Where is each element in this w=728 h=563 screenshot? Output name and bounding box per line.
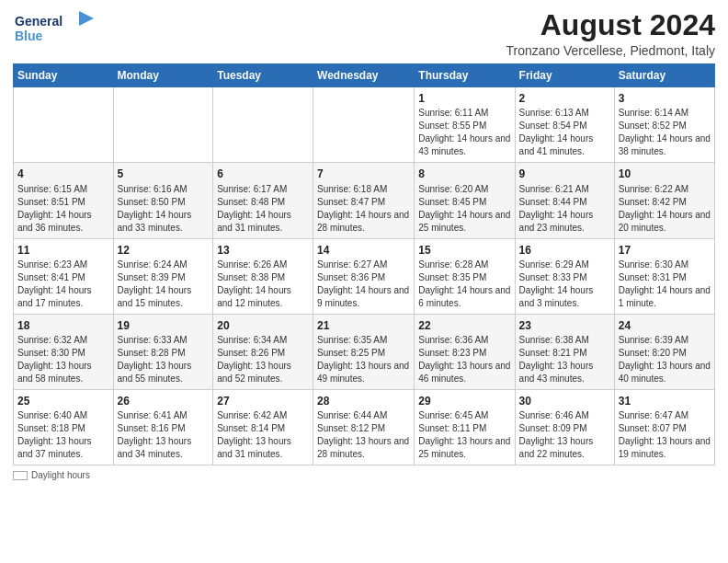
day-info: Sunrise: 6:35 AM Sunset: 8:25 PM Dayligh… — [317, 334, 410, 385]
day-info: Sunrise: 6:29 AM Sunset: 8:33 PM Dayligh… — [519, 259, 610, 310]
calendar-cell: 10Sunrise: 6:22 AM Sunset: 8:42 PM Dayli… — [614, 163, 714, 238]
day-info: Sunrise: 6:24 AM Sunset: 8:39 PM Dayligh… — [118, 259, 210, 310]
calendar-cell: 16Sunrise: 6:29 AM Sunset: 8:33 PM Dayli… — [515, 238, 614, 314]
day-number: 15 — [418, 243, 510, 258]
day-number: 18 — [17, 318, 109, 333]
calendar-cell — [14, 87, 114, 163]
day-number: 17 — [619, 243, 711, 258]
calendar-cell: 9Sunrise: 6:21 AM Sunset: 8:44 PM Daylig… — [515, 163, 614, 238]
day-info: Sunrise: 6:38 AM Sunset: 8:21 PM Dayligh… — [519, 334, 610, 385]
day-number: 20 — [217, 318, 309, 333]
day-info: Sunrise: 6:44 AM Sunset: 8:12 PM Dayligh… — [317, 409, 410, 461]
calendar-cell: 5Sunrise: 6:16 AM Sunset: 8:50 PM Daylig… — [113, 163, 213, 238]
day-number: 10 — [619, 167, 711, 181]
day-info: Sunrise: 6:20 AM Sunset: 8:45 PM Dayligh… — [418, 183, 510, 235]
calendar-week-row: 1Sunrise: 6:11 AM Sunset: 8:55 PM Daylig… — [14, 87, 715, 163]
calendar-cell: 1Sunrise: 6:11 AM Sunset: 8:55 PM Daylig… — [415, 87, 515, 163]
day-number: 1 — [418, 91, 510, 106]
day-info: Sunrise: 6:42 AM Sunset: 8:14 PM Dayligh… — [217, 409, 309, 461]
header: General Blue August 2024 Tronzano Vercel… — [13, 9, 715, 58]
col-monday: Monday — [113, 64, 213, 87]
svg-marker-1 — [79, 11, 94, 26]
day-info: Sunrise: 6:28 AM Sunset: 8:35 PM Dayligh… — [418, 259, 510, 310]
day-number: 5 — [118, 167, 210, 181]
legend-item: Daylight hours — [13, 470, 90, 480]
main-title: August 2024 — [506, 9, 716, 41]
day-info: Sunrise: 6:33 AM Sunset: 8:28 PM Dayligh… — [118, 334, 210, 385]
calendar-cell: 3Sunrise: 6:14 AM Sunset: 8:52 PM Daylig… — [614, 87, 714, 163]
day-info: Sunrise: 6:15 AM Sunset: 8:51 PM Dayligh… — [17, 183, 109, 235]
col-thursday: Thursday — [415, 64, 515, 87]
day-number: 19 — [118, 318, 210, 333]
day-info: Sunrise: 6:23 AM Sunset: 8:41 PM Dayligh… — [17, 259, 109, 310]
calendar-header-row: Sunday Monday Tuesday Wednesday Thursday… — [14, 64, 715, 87]
day-number: 28 — [317, 394, 410, 408]
day-info: Sunrise: 6:39 AM Sunset: 8:20 PM Dayligh… — [619, 334, 711, 385]
calendar-cell: 24Sunrise: 6:39 AM Sunset: 8:20 PM Dayli… — [614, 314, 714, 389]
calendar-cell: 26Sunrise: 6:41 AM Sunset: 8:16 PM Dayli… — [113, 389, 213, 465]
col-wednesday: Wednesday — [313, 64, 415, 87]
legend-label: Daylight hours — [31, 470, 90, 480]
day-number: 22 — [418, 318, 510, 333]
day-number: 4 — [17, 167, 109, 181]
day-number: 9 — [519, 167, 610, 181]
title-area: August 2024 Tronzano Vercellese, Piedmon… — [506, 9, 716, 58]
calendar-cell: 2Sunrise: 6:13 AM Sunset: 8:54 PM Daylig… — [515, 87, 614, 163]
day-number: 25 — [17, 394, 109, 408]
day-info: Sunrise: 6:45 AM Sunset: 8:11 PM Dayligh… — [418, 409, 510, 461]
calendar-week-row: 11Sunrise: 6:23 AM Sunset: 8:41 PM Dayli… — [14, 238, 715, 314]
day-info: Sunrise: 6:14 AM Sunset: 8:52 PM Dayligh… — [619, 107, 711, 158]
logo: General Blue — [13, 9, 96, 52]
day-number: 16 — [519, 243, 610, 258]
calendar: Sunday Monday Tuesday Wednesday Thursday… — [13, 63, 715, 465]
calendar-cell: 23Sunrise: 6:38 AM Sunset: 8:21 PM Dayli… — [515, 314, 614, 389]
col-sunday: Sunday — [14, 64, 114, 87]
calendar-cell: 8Sunrise: 6:20 AM Sunset: 8:45 PM Daylig… — [415, 163, 515, 238]
calendar-cell: 30Sunrise: 6:46 AM Sunset: 8:09 PM Dayli… — [515, 389, 614, 465]
calendar-week-row: 4Sunrise: 6:15 AM Sunset: 8:51 PM Daylig… — [14, 163, 715, 238]
calendar-cell: 14Sunrise: 6:27 AM Sunset: 8:36 PM Dayli… — [313, 238, 415, 314]
calendar-cell: 12Sunrise: 6:24 AM Sunset: 8:39 PM Dayli… — [113, 238, 213, 314]
calendar-cell: 21Sunrise: 6:35 AM Sunset: 8:25 PM Dayli… — [313, 314, 415, 389]
calendar-cell: 31Sunrise: 6:47 AM Sunset: 8:07 PM Dayli… — [614, 389, 714, 465]
day-number: 31 — [619, 394, 711, 408]
day-number: 8 — [418, 167, 510, 181]
day-number: 3 — [619, 91, 711, 106]
calendar-cell: 15Sunrise: 6:28 AM Sunset: 8:35 PM Dayli… — [415, 238, 515, 314]
calendar-cell: 6Sunrise: 6:17 AM Sunset: 8:48 PM Daylig… — [213, 163, 313, 238]
page: General Blue August 2024 Tronzano Vercel… — [0, 0, 728, 488]
legend: Daylight hours — [13, 470, 715, 480]
day-info: Sunrise: 6:27 AM Sunset: 8:36 PM Dayligh… — [317, 259, 410, 310]
calendar-cell: 19Sunrise: 6:33 AM Sunset: 8:28 PM Dayli… — [113, 314, 213, 389]
calendar-cell: 18Sunrise: 6:32 AM Sunset: 8:30 PM Dayli… — [14, 314, 114, 389]
day-info: Sunrise: 6:17 AM Sunset: 8:48 PM Dayligh… — [217, 183, 309, 235]
col-saturday: Saturday — [614, 64, 714, 87]
subtitle: Tronzano Vercellese, Piedmont, Italy — [506, 43, 716, 58]
calendar-week-row: 18Sunrise: 6:32 AM Sunset: 8:30 PM Dayli… — [14, 314, 715, 389]
calendar-cell: 25Sunrise: 6:40 AM Sunset: 8:18 PM Dayli… — [14, 389, 114, 465]
calendar-cell — [113, 87, 213, 163]
day-info: Sunrise: 6:22 AM Sunset: 8:42 PM Dayligh… — [619, 183, 711, 235]
day-number: 26 — [118, 394, 210, 408]
calendar-cell: 27Sunrise: 6:42 AM Sunset: 8:14 PM Dayli… — [213, 389, 313, 465]
day-number: 14 — [317, 243, 410, 258]
col-tuesday: Tuesday — [213, 64, 313, 87]
day-info: Sunrise: 6:40 AM Sunset: 8:18 PM Dayligh… — [17, 409, 109, 461]
day-info: Sunrise: 6:34 AM Sunset: 8:26 PM Dayligh… — [217, 334, 309, 385]
day-number: 21 — [317, 318, 410, 333]
day-info: Sunrise: 6:13 AM Sunset: 8:54 PM Dayligh… — [519, 107, 610, 158]
calendar-cell: 22Sunrise: 6:36 AM Sunset: 8:23 PM Dayli… — [415, 314, 515, 389]
day-number: 2 — [519, 91, 610, 106]
calendar-cell: 17Sunrise: 6:30 AM Sunset: 8:31 PM Dayli… — [614, 238, 714, 314]
day-info: Sunrise: 6:21 AM Sunset: 8:44 PM Dayligh… — [519, 183, 610, 235]
calendar-cell: 20Sunrise: 6:34 AM Sunset: 8:26 PM Dayli… — [213, 314, 313, 389]
calendar-cell: 7Sunrise: 6:18 AM Sunset: 8:47 PM Daylig… — [313, 163, 415, 238]
calendar-cell: 28Sunrise: 6:44 AM Sunset: 8:12 PM Dayli… — [313, 389, 415, 465]
day-number: 24 — [619, 318, 711, 333]
day-info: Sunrise: 6:32 AM Sunset: 8:30 PM Dayligh… — [17, 334, 109, 385]
day-number: 23 — [519, 318, 610, 333]
day-info: Sunrise: 6:41 AM Sunset: 8:16 PM Dayligh… — [118, 409, 210, 461]
day-number: 6 — [217, 167, 309, 181]
calendar-week-row: 25Sunrise: 6:40 AM Sunset: 8:18 PM Dayli… — [14, 389, 715, 465]
day-info: Sunrise: 6:18 AM Sunset: 8:47 PM Dayligh… — [317, 183, 410, 235]
